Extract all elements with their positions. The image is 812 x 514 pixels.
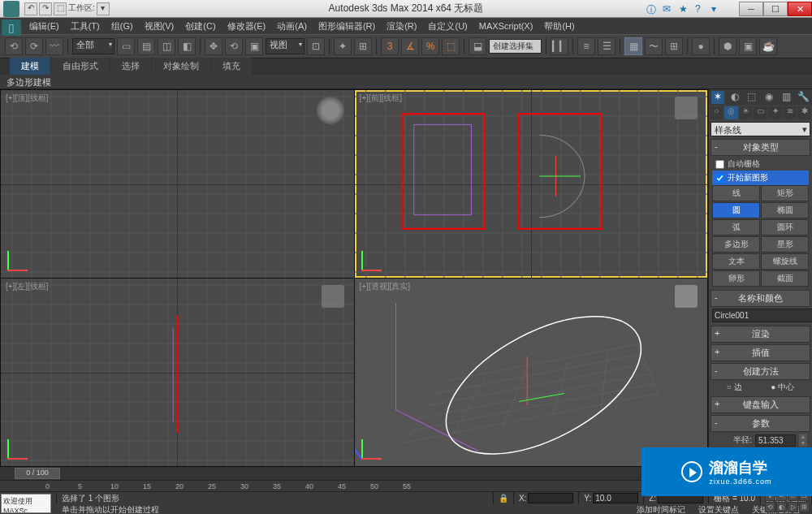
- tab-populate[interactable]: 填充: [211, 57, 252, 75]
- viewcube-icon[interactable]: [322, 285, 344, 308]
- rotate-icon[interactable]: ⟲: [225, 37, 243, 55]
- ref-coord[interactable]: 视图: [266, 38, 304, 54]
- lights-icon[interactable]: ☀: [739, 106, 753, 119]
- btn-text[interactable]: 文本: [712, 253, 760, 270]
- selection-filter[interactable]: 全部: [72, 38, 114, 54]
- comm-icon[interactable]: ✉: [663, 3, 674, 15]
- walk-icon[interactable]: ▷: [788, 502, 798, 512]
- schematic-icon[interactable]: ⊞: [665, 37, 683, 55]
- viewport-perspective[interactable]: [+][透视][真实]: [355, 279, 708, 466]
- qat-btn[interactable]: ⬚: [54, 2, 67, 15]
- rollout-interp[interactable]: +插值: [710, 344, 810, 361]
- motion-tab-icon[interactable]: ◉: [762, 91, 775, 104]
- align-icon[interactable]: ≡: [577, 37, 595, 55]
- rollout-header[interactable]: -名称和颜色: [710, 290, 810, 307]
- tab-freeform[interactable]: 自由形式: [51, 57, 110, 75]
- keymode-icon[interactable]: ⊞: [354, 37, 372, 55]
- hierarchy-tab-icon[interactable]: ⬚: [745, 91, 758, 104]
- btn-ellipse[interactable]: 椭圆: [761, 202, 809, 218]
- render-icon[interactable]: ☕: [759, 37, 777, 55]
- vp-label-persp[interactable]: [+][透视][真实]: [360, 281, 411, 292]
- angle-snap-icon[interactable]: ∡: [401, 37, 419, 55]
- curve-editor-icon[interactable]: 〜: [645, 37, 663, 55]
- mirror-icon[interactable]: ▎▎: [551, 37, 568, 55]
- shapes-icon[interactable]: ◎: [724, 106, 738, 119]
- ribbon-toggle-icon[interactable]: ▦: [624, 37, 642, 55]
- rollout-header[interactable]: -创建方法: [710, 363, 810, 380]
- viewport-left[interactable]: [+][左][线框]: [1, 279, 354, 466]
- layers-icon[interactable]: ☰: [598, 37, 615, 55]
- manip-icon[interactable]: ✦: [334, 37, 352, 55]
- percent-snap-icon[interactable]: %: [421, 37, 439, 55]
- tab-selection[interactable]: 选择: [110, 57, 151, 75]
- btn-star[interactable]: 星形: [761, 236, 809, 253]
- info-icon[interactable]: ⓘ: [646, 3, 658, 15]
- cameras-icon[interactable]: ▭: [754, 106, 767, 119]
- select-name-icon[interactable]: ▤: [137, 37, 155, 55]
- spinner-snap-icon[interactable]: ⬚: [442, 37, 460, 55]
- modify-tab-icon[interactable]: ◐: [728, 91, 741, 104]
- radius-input[interactable]: [755, 434, 796, 447]
- vp-label-top[interactable]: [+][顶][线框]: [6, 93, 49, 104]
- minimize-button[interactable]: ─: [739, 2, 763, 16]
- unlink-icon[interactable]: ⟳: [25, 37, 43, 55]
- viewport-front[interactable]: [+][前][线框]: [355, 90, 708, 278]
- bind-icon[interactable]: 〰: [45, 37, 63, 55]
- app-logo[interactable]: ▯: [2, 19, 21, 36]
- object-name-input[interactable]: [712, 309, 812, 322]
- link-icon[interactable]: ⟲: [5, 37, 23, 55]
- viewcube-icon[interactable]: [675, 285, 698, 308]
- btn-ngon[interactable]: 多边形: [712, 236, 760, 253]
- scale-icon[interactable]: ▣: [245, 37, 263, 55]
- menu-group[interactable]: 组(G): [106, 19, 138, 34]
- vp-label-left[interactable]: [+][左][线框]: [6, 281, 49, 292]
- pivot-icon[interactable]: ⊡: [307, 37, 325, 55]
- menu-view[interactable]: 视图(V): [140, 19, 179, 34]
- menu-edit[interactable]: 编辑(E): [24, 19, 64, 34]
- menu-animation[interactable]: 动画(A): [272, 19, 312, 34]
- menu-grapheditors[interactable]: 图形编辑器(R): [313, 19, 380, 34]
- btn-line[interactable]: 线: [712, 185, 760, 201]
- lock-icon[interactable]: 🔒: [494, 492, 514, 504]
- utilities-tab-icon[interactable]: 🔧: [797, 91, 810, 104]
- time-scrub-handle[interactable]: 0 / 100: [15, 468, 60, 479]
- named-sel-set[interactable]: [489, 39, 542, 54]
- systems-icon[interactable]: ✱: [797, 106, 811, 119]
- vp-label-front[interactable]: [+][前][线框]: [360, 93, 403, 104]
- btn-helix[interactable]: 螺旋线: [761, 253, 809, 270]
- move-icon[interactable]: ✥: [205, 37, 222, 55]
- x-input[interactable]: [528, 493, 573, 503]
- close-button[interactable]: ✕: [788, 2, 812, 16]
- rollout-keyboard[interactable]: +键盘输入: [710, 396, 810, 413]
- star-icon[interactable]: ★: [679, 3, 690, 15]
- tab-objectpaint[interactable]: 对象绘制: [152, 57, 210, 75]
- autogrid-checkbox[interactable]: 自动栅格: [712, 158, 809, 171]
- window-crossing-icon[interactable]: ◧: [178, 37, 196, 55]
- help-icon[interactable]: ?: [695, 3, 706, 15]
- menu-modifiers[interactable]: 修改器(E): [222, 19, 271, 34]
- viewcube-icon[interactable]: [317, 97, 344, 124]
- display-tab-icon[interactable]: ▥: [780, 91, 793, 104]
- menu-help[interactable]: 帮助(H): [539, 19, 579, 34]
- select-rect-icon[interactable]: ◫: [158, 37, 175, 55]
- app-icon[interactable]: [3, 1, 19, 17]
- spinner-icon[interactable]: ▲▼: [799, 434, 807, 447]
- editnamed-icon[interactable]: ⬓: [469, 37, 486, 55]
- tab-modeling[interactable]: 建模: [10, 57, 50, 75]
- btn-rectangle[interactable]: 矩形: [761, 185, 809, 201]
- helpers-icon[interactable]: ✦: [768, 106, 782, 119]
- btn-section[interactable]: 截面: [761, 270, 809, 287]
- menu-rendering[interactable]: 渲染(R): [382, 19, 421, 34]
- create-tab-icon[interactable]: ✶: [711, 91, 724, 104]
- menu-maxscript[interactable]: MAXScript(X): [474, 19, 538, 32]
- maximize-button[interactable]: ☐: [763, 2, 788, 16]
- undo-icon[interactable]: ↶: [24, 2, 37, 15]
- menu-customize[interactable]: 自定义(U): [423, 19, 472, 34]
- search-dd-icon[interactable]: ▾: [711, 3, 723, 15]
- maxtoggle-icon[interactable]: ⊞: [799, 502, 810, 512]
- menu-create[interactable]: 创建(C): [180, 19, 220, 34]
- add-time-tag[interactable]: 添加时间标记: [630, 504, 692, 514]
- workspace-dd-icon[interactable]: ▾: [97, 2, 110, 15]
- orbit-icon[interactable]: ⟲: [765, 502, 775, 512]
- btn-egg[interactable]: 卵形: [712, 270, 760, 287]
